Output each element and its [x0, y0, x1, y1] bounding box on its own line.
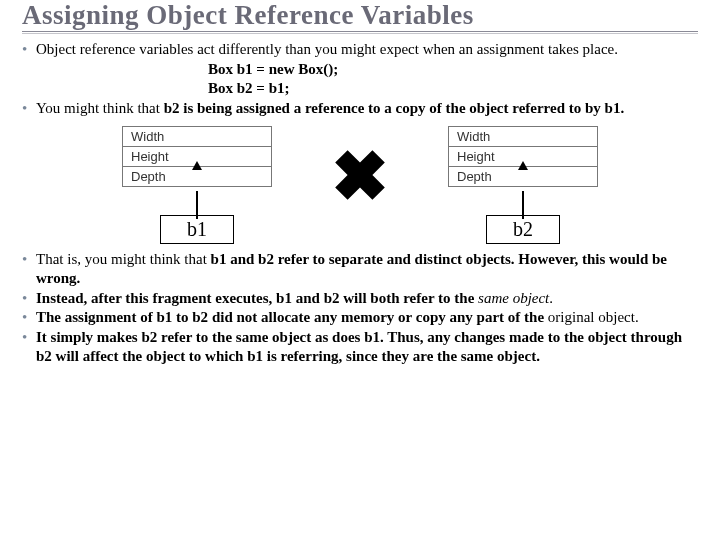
text: That is, you might think that [36, 251, 211, 267]
bullet-2: You might think that b2 is being assigne… [22, 99, 698, 118]
bold: b1 [247, 348, 267, 364]
diagram: Width Height Depth b1 Width Height Depth [22, 126, 698, 244]
bold: Thus, any changes made to the object thr… [387, 329, 682, 345]
bold: will affect the object to which [56, 348, 248, 364]
top-bullets: Object reference variables act different… [22, 40, 698, 59]
object-table-right: Width Height Depth [448, 126, 598, 187]
var-label-b1: b1 [160, 215, 234, 244]
object-right-col: Width Height Depth b2 [433, 126, 613, 244]
italic: same object [478, 290, 549, 306]
bold: b1 [156, 309, 176, 325]
object-left-col: Width Height Depth b1 [107, 126, 287, 244]
bullet-6: It simply makes b2 refer to the same obj… [22, 328, 698, 366]
bullet-4: Instead, after this fragment executes, b… [22, 289, 698, 308]
bold: b2 [258, 251, 278, 267]
text: original object. [548, 309, 639, 325]
arrow-up-left [192, 191, 202, 217]
bold: will both refer to the [343, 290, 478, 306]
page-title: Assigning Object Reference Variables [22, 0, 698, 29]
bold: b2 [324, 290, 344, 306]
bold: is referring, since they are the same ob… [267, 348, 540, 364]
bullet-1: Object reference variables act different… [22, 40, 698, 59]
bold: b2 [141, 329, 161, 345]
top-bullets-2: You might think that b2 is being assigne… [22, 99, 698, 118]
bottom-bullets: That is, you might think that b1 and b2 … [22, 250, 698, 366]
text: . [549, 290, 553, 306]
title-rule-2 [22, 33, 698, 34]
cross-icon [329, 144, 391, 206]
bold: The assignment of [36, 309, 156, 325]
arrow-head-icon [192, 161, 202, 170]
bold: and [230, 251, 258, 267]
field-cell: Width [449, 127, 598, 147]
bullet-3: That is, you might think that b1 and b2 … [22, 250, 698, 288]
code-line-2: Box b2 = b1; [208, 79, 698, 98]
bold: b2 [164, 100, 184, 116]
object-table-left: Width Height Depth [122, 126, 272, 187]
bold: to [176, 309, 192, 325]
title-rule-1 [22, 31, 698, 32]
bold: It simply makes [36, 329, 141, 345]
svg-marker-0 [335, 150, 385, 200]
bold: b1 [211, 251, 231, 267]
text: You might think that [36, 100, 164, 116]
code-line-1: Box b1 = new Box(); [208, 60, 698, 79]
bold: and [296, 290, 324, 306]
bold: b1 [276, 290, 296, 306]
bold: b1. [605, 100, 625, 116]
bold: refer to the same object as does [161, 329, 364, 345]
bullet-5: The assignment of b1 to b2 did not alloc… [22, 308, 698, 327]
field-cell: Width [123, 127, 272, 147]
bold: is being assigned a reference to a copy … [183, 100, 604, 116]
cross-col [323, 126, 397, 206]
bold: Instead, after this fragment executes, [36, 290, 276, 306]
bold: did not allocate any memory or copy any … [212, 309, 548, 325]
arrow-head-icon [518, 161, 528, 170]
var-label-b2: b2 [486, 215, 560, 244]
bold: b2 [192, 309, 212, 325]
bold: b2 [36, 348, 56, 364]
bold: b1. [364, 329, 387, 345]
arrow-up-right [518, 191, 528, 217]
slide: Assigning Object Reference Variables Obj… [0, 0, 720, 540]
code-block: Box b1 = new Box(); Box b2 = b1; [22, 60, 698, 98]
